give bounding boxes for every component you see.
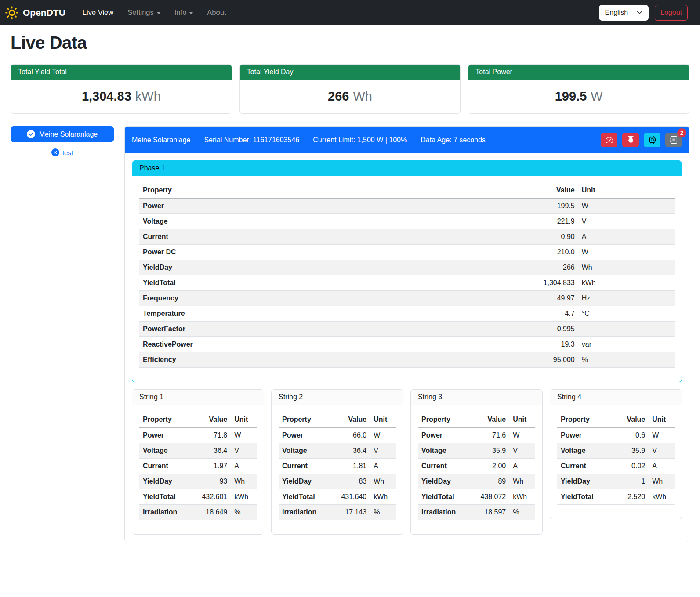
- value-cell: 199.5: [525, 198, 578, 214]
- unit-cell: A: [370, 459, 396, 474]
- summary-unit: Wh: [353, 89, 372, 103]
- unit-cell: kWh: [509, 489, 535, 505]
- nav-item-live-view[interactable]: Live View: [76, 5, 120, 20]
- table-row: YieldDay83Wh: [279, 474, 396, 489]
- unit-cell: W: [231, 427, 257, 443]
- value-cell: 431.640: [335, 489, 370, 505]
- property-cell: Irradiation: [279, 505, 335, 520]
- property-cell: Current: [279, 459, 335, 474]
- inverter-item-test[interactable]: test: [11, 148, 114, 156]
- nav-links: Live View Settings Info About: [76, 5, 233, 20]
- brand[interactable]: OpenDTU: [5, 6, 65, 19]
- table-row: Voltage221.9V: [139, 214, 675, 229]
- summary-card-title: Total Power: [468, 65, 689, 80]
- speedometer-icon: [606, 136, 613, 144]
- property-cell: Voltage: [139, 443, 196, 459]
- value-cell: 66.0: [335, 427, 370, 443]
- table-row: ReactivePower19.3var: [139, 337, 675, 352]
- event-count-badge: 2: [677, 128, 686, 137]
- value-cell: 2.00: [474, 459, 509, 474]
- property-cell: Frequency: [139, 291, 525, 306]
- table-row: Irradiation18.597%: [418, 505, 535, 520]
- unit-cell: A: [578, 229, 675, 245]
- table-row: YieldDay93Wh: [139, 474, 257, 489]
- value-cell: 18.597: [474, 505, 509, 520]
- logout-button[interactable]: Logout: [655, 5, 688, 21]
- summary-card-body: 199.5W: [468, 80, 689, 113]
- col-property: Property: [139, 412, 196, 427]
- string-card-title: String 4: [550, 390, 682, 405]
- string-card-title: String 3: [411, 390, 542, 405]
- event-log-button[interactable]: 2: [665, 133, 682, 147]
- table-row: Power0.6W: [557, 427, 675, 443]
- value-cell: 18.649: [196, 505, 231, 520]
- property-cell: YieldDay: [279, 474, 335, 489]
- table-row: Voltage35.9V: [418, 443, 535, 459]
- value-cell: 1: [613, 474, 649, 489]
- property-cell: YieldTotal: [557, 489, 613, 505]
- table-row: Temperature4.7°C: [139, 306, 675, 322]
- unit-cell: [578, 322, 675, 337]
- limit-settings-button[interactable]: [601, 133, 617, 147]
- caret-down-icon: [189, 12, 193, 14]
- summary-card-total-power: Total Power 199.5W: [468, 64, 689, 114]
- string-card-title: String 1: [132, 390, 264, 405]
- data-age: Data Age: 7 seconds: [421, 136, 486, 144]
- power-toggle-button[interactable]: [622, 133, 639, 147]
- phase-card-title: Phase 1: [132, 161, 682, 176]
- string-card-1: String 1 Property Value Unit: [132, 389, 264, 535]
- cpu-icon: [649, 136, 656, 144]
- value-cell: 35.9: [474, 443, 509, 459]
- table-header-row: Property Value Unit: [139, 183, 675, 198]
- nav-item-settings[interactable]: Settings: [120, 5, 167, 20]
- phase-card-body: Property Value Unit Power199.5WVoltage22…: [132, 176, 682, 382]
- table-row: Power199.5W: [139, 198, 675, 214]
- property-cell: Power: [139, 427, 196, 443]
- value-cell: 49.97: [525, 291, 578, 306]
- property-cell: Current: [139, 229, 525, 245]
- value-cell: 210.0: [525, 245, 578, 260]
- string-table: Property Value Unit Power0.6WVoltage35.9…: [557, 412, 675, 505]
- table-row: PowerFactor0.995: [139, 322, 675, 337]
- table-row: Voltage36.4V: [279, 443, 396, 459]
- chevron-down-icon: [637, 10, 642, 15]
- value-cell: 0.6: [613, 427, 649, 443]
- unit-cell: Hz: [578, 291, 675, 306]
- unit-cell: %: [370, 505, 396, 520]
- table-row: Power66.0W: [279, 427, 396, 443]
- unit-cell: kWh: [370, 489, 396, 505]
- value-cell: 1,304.833: [525, 275, 578, 291]
- unit-cell: W: [509, 427, 535, 443]
- summary-card-total-yield-total: Total Yield Total 1,304.83kWh: [11, 64, 232, 114]
- nav-item-about[interactable]: About: [200, 5, 233, 20]
- panel-actions: 2: [601, 133, 682, 147]
- table-row: YieldTotal432.601kWh: [139, 489, 257, 505]
- unit-cell: V: [578, 214, 675, 229]
- language-value: English: [605, 9, 628, 17]
- property-cell: Irradiation: [418, 505, 474, 520]
- value-cell: 71.6: [474, 427, 509, 443]
- device-info-button[interactable]: [644, 133, 660, 147]
- sun-icon: [5, 6, 18, 19]
- unit-cell: kWh: [649, 489, 675, 505]
- unit-cell: V: [370, 443, 396, 459]
- value-cell: 266: [525, 260, 578, 275]
- value-cell: 17.143: [335, 505, 370, 520]
- value-cell: 83: [335, 474, 370, 489]
- col-unit: Unit: [231, 412, 257, 427]
- nav-item-label: Settings: [127, 8, 154, 17]
- unit-cell: Wh: [370, 474, 396, 489]
- language-select[interactable]: English: [599, 5, 649, 21]
- summary-value: 199.5: [555, 89, 587, 103]
- table-row: Power71.8W: [139, 427, 257, 443]
- value-cell: 36.4: [335, 443, 370, 459]
- property-cell: Voltage: [418, 443, 474, 459]
- property-cell: Power: [279, 427, 335, 443]
- string-card-body: Property Value Unit Power66.0WVoltage36.…: [272, 405, 403, 534]
- unit-cell: V: [649, 443, 675, 459]
- content-row: Meine Solaranlage test Meine Solaranlage…: [11, 126, 689, 542]
- inverter-select-button[interactable]: Meine Solaranlage: [11, 126, 114, 142]
- nav-item-info[interactable]: Info: [167, 5, 200, 20]
- string-card-body: Property Value Unit Power71.6WVoltage35.…: [411, 405, 542, 534]
- unit-cell: Wh: [509, 474, 535, 489]
